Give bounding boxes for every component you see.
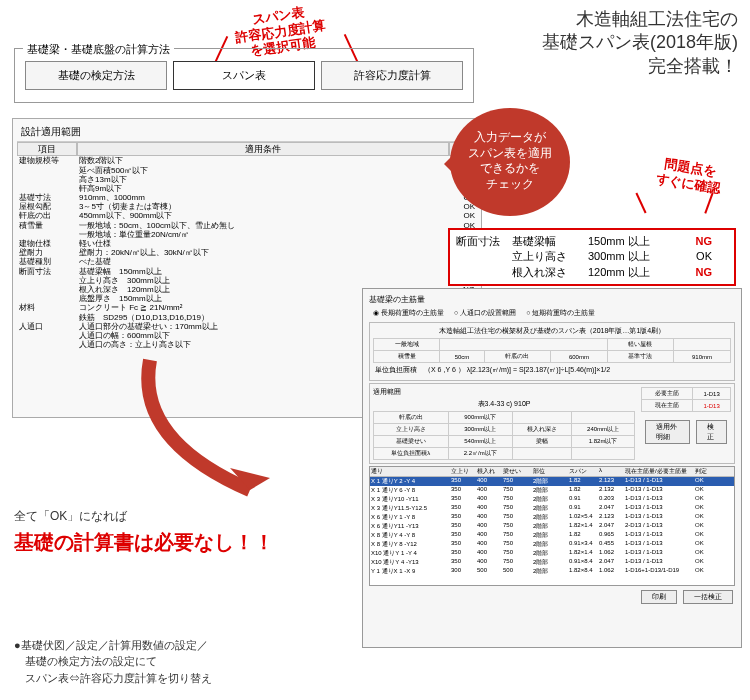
caption-section: 木造軸組工法住宅の横架材及び基礎のスパン表（2018年版…第1版4刷） 一般地域… [369, 322, 735, 381]
batch-verify-button[interactable]: 一括検正 [683, 590, 733, 604]
row-cond: 910mm、1000mm 3～5寸（切妻または寄棟） 450mm以下、900mm… [77, 193, 449, 239]
row-item: 材料 [17, 303, 77, 321]
annotation-stroke [704, 192, 713, 213]
list-row[interactable]: X 1 通りY 6 -Y 83504007502階部1.822.1321-D13… [370, 486, 734, 495]
list-row[interactable]: Y 1 通りX 1 -X 93005005002階部1.82×8.41.0621… [370, 567, 734, 576]
method-button-span[interactable]: スパン表 [173, 61, 315, 90]
scope-section: 適用範囲 表3.4-33 c) 910P 軒底の出900mm以下 立上り高さ30… [369, 383, 735, 464]
row-item: 基礎寸法 屋根勾配 軒底の出 積雪量 [17, 193, 77, 239]
curved-arrow-icon [130, 350, 330, 510]
main-headline: 木造軸組工法住宅の基礎スパン表(2018年版)完全搭載！ [542, 8, 738, 78]
list-row[interactable]: X 6 通りY 1 -Y 83504007502階部1.02×5.42.1231… [370, 513, 734, 522]
annotation-problem: 問題点をすぐに確認 [655, 156, 724, 196]
radio-shortterm[interactable]: ○ 短期荷重時の主筋量 [526, 308, 595, 318]
annotation-stroke [635, 193, 646, 214]
method-button-kentei[interactable]: 基礎の検定方法 [25, 61, 167, 90]
row-item: 人通口 [17, 322, 77, 350]
row-item: 建物仕様 壁耐力 基礎種別 断面寸法 [17, 239, 77, 303]
panel-title: 基礎梁の主筋量 [367, 293, 737, 306]
calc-method-panel: 基礎梁・基礎底盤の計算方法 基礎の検定方法 スパン表 許容応力度計算 [14, 48, 474, 103]
list-header: 通り立上り根入れ梁せい部位スパンλ現在主筋量/必要主筋量判定 [370, 467, 734, 477]
row-cond: 階数2階以下 延べ面積500㎡以下 高さ13m以下 軒高9m以下 [77, 156, 449, 193]
list-row[interactable]: X 3 通りY10 -Y113504007502階部0.910.2031-D13… [370, 495, 734, 504]
verify-button[interactable]: 検正 [696, 420, 727, 444]
list-row[interactable]: X 3 通りY11.5-Y12.53504007502階部0.912.0471-… [370, 504, 734, 513]
list-row[interactable]: X 8 通りY 4 -Y 83504007502階部1.820.9651-D13… [370, 531, 734, 540]
col-condition: 適用条件 [77, 142, 449, 156]
method-button-kyoyou[interactable]: 許容応力度計算 [321, 61, 463, 90]
list-row[interactable]: X 8 通りY 8 -Y123504007502階部0.91×3.40.4551… [370, 540, 734, 549]
radio-longterm[interactable]: ◉ 長期荷重時の主筋量 [373, 308, 444, 318]
radio-opening[interactable]: ○ 人通口の設置範囲 [454, 308, 516, 318]
list-row[interactable]: X10 通りY 1 -Y 43504007502階部1.82×1.41.0621… [370, 549, 734, 558]
panel-label: 基礎梁・基礎底盤の計算方法 [23, 42, 174, 57]
highlight-box: 断面寸法基礎梁幅150mm 以上NG立上り高さ300mm 以上OK根入れ深さ12… [448, 228, 736, 286]
list-row[interactable]: X 6 通りY11 -Y133504007502階部1.82×1.42.0472… [370, 522, 734, 531]
panel-title: 設計適用範囲 [17, 123, 477, 142]
detail-button[interactable]: 適用外明細 [645, 420, 690, 444]
list-row[interactable]: X 1 通りY 2 -Y 43504007502階部1.822.1231-D13… [370, 477, 734, 486]
conclusion-text: 全て「OK」になれば 基礎の計算書は必要なし！！ [14, 508, 274, 556]
row-item: 建物規模等 [17, 156, 77, 193]
footnote: ●基礎伏図／設定／計算用数値の設定／ 基礎の検定方法の設定にて スパン表⇔許容応… [14, 637, 212, 687]
callout-bubble: 入力データがスパン表を適用できるかをチェック [450, 108, 570, 216]
rebar-panel: 基礎梁の主筋量 ◉ 長期荷重時の主筋量 ○ 人通口の設置範囲 ○ 短期荷重時の主… [362, 288, 742, 648]
list-row[interactable]: X10 通りY 4 -Y133504007502階部0.91×8.42.0471… [370, 558, 734, 567]
print-button[interactable]: 印刷 [641, 590, 677, 604]
result-list[interactable]: 通り立上り根入れ梁せい部位スパンλ現在主筋量/必要主筋量判定 X 1 通りY 2… [369, 466, 735, 586]
col-item: 項目 [17, 142, 77, 156]
